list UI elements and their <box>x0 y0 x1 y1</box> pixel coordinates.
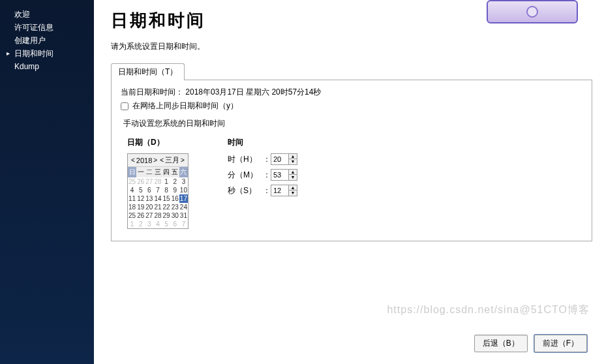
second-label: 秒（S） <box>228 185 259 196</box>
cal-day[interactable]: 29 <box>162 211 171 220</box>
time-column-title: 时间 <box>228 137 297 148</box>
cal-day[interactable]: 22 <box>162 203 171 211</box>
cal-day[interactable]: 25 <box>128 177 136 186</box>
sidebar-item-create-user[interactable]: 创建用户 <box>0 34 94 47</box>
cal-day[interactable]: 1 <box>128 220 136 228</box>
cal-month[interactable]: 三月 <box>165 155 179 165</box>
sidebar: 欢迎 许可证信息 创建用户 日期和时间 Kdump <box>0 0 94 364</box>
cal-dow: 六 <box>179 167 188 177</box>
second-spinner[interactable]: ▲▼ <box>271 185 297 196</box>
cal-day[interactable]: 6 <box>171 220 179 228</box>
cal-day[interactable]: 6 <box>145 186 153 194</box>
cal-day[interactable]: 15 <box>162 194 171 203</box>
cal-day[interactable]: 20 <box>145 203 153 211</box>
cal-day[interactable]: 30 <box>171 211 179 220</box>
cal-day[interactable]: 25 <box>128 211 136 220</box>
sync-network-label: 在网络上同步日期和时间（y） <box>132 100 238 112</box>
cal-day[interactable]: 26 <box>136 211 145 220</box>
cal-day[interactable]: 14 <box>153 194 162 203</box>
main-content: 日期和时间 请为系统设置日期和时间。 日期和时间（T） 当前日期和时间： 201… <box>94 0 604 364</box>
cal-day[interactable]: 24 <box>179 203 188 211</box>
second-up-icon[interactable]: ▲ <box>289 185 297 190</box>
sidebar-item-welcome[interactable]: 欢迎 <box>0 8 94 21</box>
cal-day[interactable]: 4 <box>153 220 162 228</box>
cal-dow: 四 <box>162 167 171 177</box>
cal-day[interactable]: 2 <box>171 177 179 186</box>
cal-dow: 日 <box>128 167 136 177</box>
cal-day[interactable]: 28 <box>153 177 162 186</box>
decorative-banner <box>487 0 578 23</box>
cal-next-year-icon[interactable]: > <box>152 157 159 164</box>
calendar: < 2018 > < 三月 > 日一二三四五六 2526272812345678… <box>127 153 189 229</box>
current-dt-label: 当前日期和时间： <box>121 87 183 97</box>
hour-up-icon[interactable]: ▲ <box>289 154 297 159</box>
minute-up-icon[interactable]: ▲ <box>289 170 297 175</box>
minute-down-icon[interactable]: ▼ <box>289 175 297 180</box>
cal-day[interactable]: 5 <box>162 220 171 228</box>
cal-day[interactable]: 27 <box>145 177 153 186</box>
cal-dow: 二 <box>145 167 153 177</box>
cal-day[interactable]: 31 <box>179 211 188 220</box>
cal-day[interactable]: 5 <box>136 186 145 194</box>
colon: ： <box>263 154 267 165</box>
cal-day[interactable]: 3 <box>145 220 153 228</box>
sidebar-item-kdump[interactable]: Kdump <box>0 60 94 73</box>
watermark: https://blog.csdn.net/sina@51CTO博客 <box>387 303 590 317</box>
cal-day[interactable]: 7 <box>179 220 188 228</box>
second-down-icon[interactable]: ▼ <box>289 190 297 196</box>
gear-icon <box>526 6 538 18</box>
cal-prev-month-icon[interactable]: < <box>159 157 165 164</box>
hour-down-icon[interactable]: ▼ <box>289 159 297 164</box>
hour-input[interactable] <box>271 154 288 164</box>
tab-datetime[interactable]: 日期和时间（T） <box>111 63 185 80</box>
current-dt-value: 2018年03月17日 星期六 20时57分14秒 <box>185 87 321 97</box>
colon: ： <box>263 185 267 196</box>
cal-year[interactable]: 2018 <box>136 157 152 164</box>
minute-input[interactable] <box>271 170 288 180</box>
cal-day[interactable]: 7 <box>153 186 162 194</box>
manual-set-label: 手动设置您系统的日期和时间 <box>123 118 582 129</box>
second-input[interactable] <box>271 185 288 196</box>
cal-day[interactable]: 9 <box>171 186 179 194</box>
cal-day[interactable]: 21 <box>153 203 162 211</box>
forward-button[interactable]: 前进（F） <box>534 335 587 352</box>
datetime-panel: 当前日期和时间： 2018年03月17日 星期六 20时57分14秒 在网络上同… <box>111 80 592 241</box>
cal-dow: 一 <box>136 167 145 177</box>
minute-spinner[interactable]: ▲▼ <box>271 169 297 181</box>
cal-day[interactable]: 8 <box>162 186 171 194</box>
sync-network-checkbox[interactable] <box>121 102 128 110</box>
current-datetime: 当前日期和时间： 2018年03月17日 星期六 20时57分14秒 <box>121 87 582 98</box>
cal-day[interactable]: 19 <box>136 203 145 211</box>
sidebar-item-datetime[interactable]: 日期和时间 <box>0 47 94 60</box>
cal-day[interactable]: 26 <box>136 177 145 186</box>
cal-day[interactable]: 4 <box>128 186 136 194</box>
back-button[interactable]: 后退（B） <box>474 335 528 352</box>
cal-day[interactable]: 17 <box>179 194 188 203</box>
cal-day[interactable]: 23 <box>171 203 179 211</box>
cal-day[interactable]: 10 <box>179 186 188 194</box>
hour-label: 时（H） <box>228 154 259 165</box>
cal-day[interactable]: 18 <box>128 203 136 211</box>
cal-day[interactable]: 13 <box>145 194 153 203</box>
cal-dow: 五 <box>171 167 179 177</box>
cal-day[interactable]: 27 <box>145 211 153 220</box>
cal-prev-year-icon[interactable]: < <box>130 157 136 164</box>
instruction-text: 请为系统设置日期和时间。 <box>111 41 592 52</box>
cal-day[interactable]: 2 <box>136 220 145 228</box>
cal-day[interactable]: 28 <box>153 211 162 220</box>
cal-day[interactable]: 12 <box>136 194 145 203</box>
cal-dow: 三 <box>153 167 162 177</box>
hour-spinner[interactable]: ▲▼ <box>271 153 297 165</box>
cal-day[interactable]: 11 <box>128 194 136 203</box>
colon: ： <box>263 170 267 181</box>
cal-day[interactable]: 1 <box>162 177 171 186</box>
date-column-title: 日期（D） <box>127 137 189 148</box>
cal-day[interactable]: 3 <box>179 177 188 186</box>
cal-next-month-icon[interactable]: > <box>179 157 186 164</box>
cal-day[interactable]: 16 <box>171 194 179 203</box>
minute-label: 分（M） <box>228 170 259 181</box>
sidebar-item-license[interactable]: 许可证信息 <box>0 21 94 34</box>
